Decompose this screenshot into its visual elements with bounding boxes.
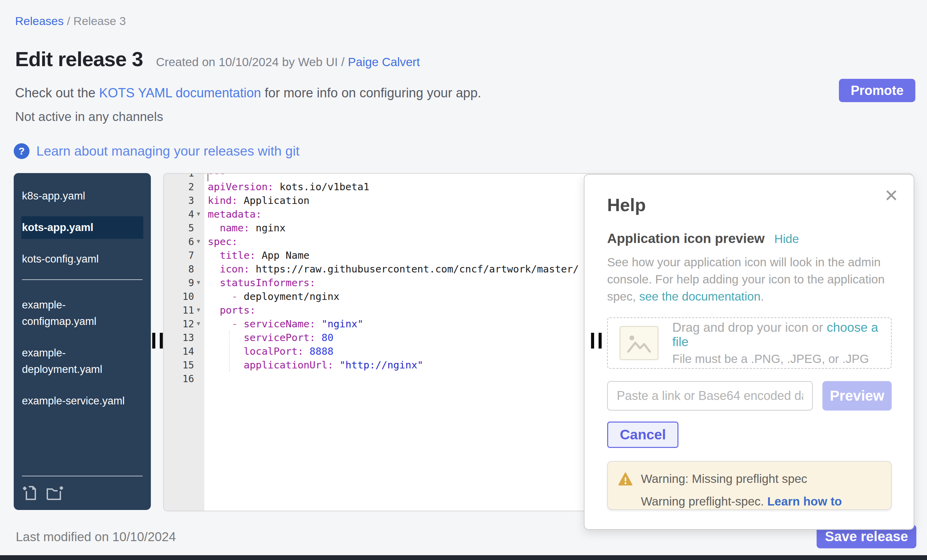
warning-icon <box>618 471 633 487</box>
promote-button[interactable]: Promote <box>839 79 915 102</box>
dropzone-text: Drag and drop your icon or choose a file… <box>672 320 891 366</box>
page-title: Edit release 3 <box>15 47 143 71</box>
kots-yaml-docs-link[interactable]: KOTS YAML documentation <box>99 86 261 100</box>
file-list: k8s-app.yamlkots-app.yamlkots-config.yam… <box>14 185 151 476</box>
file-item[interactable]: kots-config.yaml <box>21 248 143 270</box>
fold-arrow-icon[interactable]: ▼ <box>195 279 202 286</box>
warning-title: Warning: Missing preflight spec <box>641 471 881 486</box>
image-placeholder-icon <box>620 326 658 360</box>
docs-suffix: for more info on configuring your app. <box>261 86 481 100</box>
last-modified-text: Last modified on 10/10/2024 <box>16 530 176 544</box>
file-item[interactable]: example-configmap.yaml <box>21 294 143 333</box>
fold-arrow-icon[interactable]: ▼ <box>195 238 202 245</box>
breadcrumb-separator: / <box>67 14 73 27</box>
icon-url-input[interactable] <box>607 381 813 411</box>
help-resize-handle[interactable] <box>591 333 603 349</box>
help-body: See how your application icon will look … <box>607 253 892 305</box>
sidebar-bottom-divider <box>22 476 143 477</box>
file-item[interactable]: kots-app.yaml <box>21 216 143 239</box>
hide-link[interactable]: Hide <box>774 232 799 246</box>
breadcrumb-current: Release 3 <box>73 14 126 27</box>
fold-arrow-icon[interactable]: ▼ <box>195 211 202 218</box>
title-row: Edit release 3 Created on 10/10/2024 by … <box>15 47 420 71</box>
dropzone-hint: File must be a .PNG, .JPEG, or .JPG <box>672 352 891 366</box>
git-help-row: ? Learn about managing your releases wit… <box>14 143 299 159</box>
question-icon: ? <box>14 143 29 159</box>
breadcrumb: Releases / Release 3 <box>15 14 126 28</box>
breadcrumb-releases-link[interactable]: Releases <box>15 14 64 27</box>
file-item[interactable]: k8s-app.yaml <box>21 185 143 207</box>
file-item[interactable]: example-deployment.yaml <box>21 342 143 381</box>
help-title: Help <box>607 195 892 215</box>
close-icon[interactable]: ✕ <box>884 187 898 204</box>
icon-preview-title: Application icon preview <box>607 231 764 246</box>
fold-arrow-icon[interactable]: ▼ <box>195 307 202 314</box>
channel-status: Not active in any channels <box>15 110 163 124</box>
warning-body: Warning preflight-spec. <box>641 495 767 508</box>
file-tree-divider <box>22 279 143 280</box>
help-body-suffix: . <box>761 290 764 303</box>
author-link[interactable]: Paige Calvert <box>348 55 420 68</box>
file-sidebar: k8s-app.yamlkots-app.yamlkots-config.yam… <box>14 173 151 510</box>
preview-button[interactable]: Preview <box>822 381 892 411</box>
git-releases-link[interactable]: Learn about managing your releases with … <box>36 144 299 159</box>
new-folder-icon[interactable] <box>46 485 64 501</box>
created-info: Created on 10/10/2024 by Web UI / Paige … <box>156 55 420 69</box>
cancel-button[interactable]: Cancel <box>607 422 678 448</box>
fold-arrow-icon[interactable]: ▼ <box>195 320 202 327</box>
help-panel: ✕ Help Application icon preview Hide See… <box>584 174 914 530</box>
edit-release-page: Releases / Release 3 Edit release 3 Crea… <box>0 0 927 560</box>
sidebar-resize-handle[interactable] <box>152 333 164 349</box>
bottom-bar <box>0 555 927 560</box>
docs-prefix: Check out the <box>15 86 99 100</box>
see-documentation-link[interactable]: see the documentation <box>639 290 760 303</box>
created-text: Created on 10/10/2024 by Web UI / <box>156 55 345 68</box>
new-file-icon[interactable] <box>22 485 38 501</box>
dropzone-label: Drag and drop your icon or <box>672 320 827 334</box>
sidebar-bottom <box>14 476 151 510</box>
icon-dropzone[interactable]: Drag and drop your icon or choose a file… <box>607 317 892 369</box>
file-item[interactable]: example-service.yaml <box>21 390 143 412</box>
docs-line: Check out the KOTS YAML documentation fo… <box>15 86 481 100</box>
editor-cursor <box>207 174 208 181</box>
indent-guide <box>229 331 230 372</box>
preflight-warning-box: Warning: Missing preflight spec Warning … <box>607 461 892 510</box>
